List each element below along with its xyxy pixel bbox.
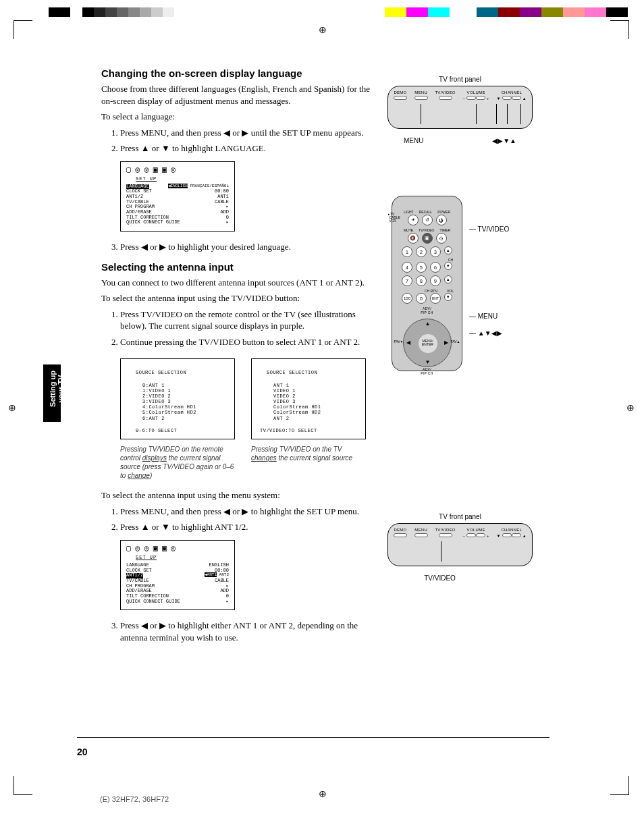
- section1-step2: Press ▲ or ▼ to highlight LANGUAGE.: [120, 142, 371, 155]
- tvvideo-button: ▣: [422, 233, 433, 244]
- num-3: 3: [430, 246, 441, 257]
- tv-front-panel-diagram-2: TV front panel DEMO MENU TV/VIDEO VOLUME…: [387, 513, 533, 582]
- section1-intro: Choose from three different languages (E…: [101, 83, 371, 107]
- registration-mark-right: ⊕: [626, 402, 635, 414]
- section2-intro: You can connect to two different antenna…: [101, 277, 371, 289]
- num-0: 0: [416, 293, 427, 304]
- section2-leadB: To select the antenna input using the me…: [101, 489, 371, 501]
- num-9: 9: [430, 275, 441, 286]
- vol-down: ▾: [444, 293, 452, 301]
- src-caption-remote: Pressing TV/VIDEO on the remote control …: [120, 445, 235, 480]
- print-color-bar: [0, 7, 644, 17]
- src-lines: 0:ANT 1 1:VIDEO 1 2:VIDEO 2 3:VIDEO 3 4:…: [142, 383, 227, 420]
- src-footer: 0–6:TO SELECT: [136, 428, 227, 433]
- registration-mark-top: ⊕: [319, 24, 327, 36]
- menu-title: SET UP: [136, 177, 229, 182]
- num-1: 1: [402, 246, 412, 257]
- timer-button: ⏲: [436, 233, 447, 244]
- section1-step1: Press MENU, and then press ◀ or ▶ until …: [120, 127, 371, 139]
- chapter-tab-line2: your TV: [57, 362, 65, 416]
- tv-panel-tvvideo-label: TV/VIDEO: [347, 574, 533, 582]
- src-lines: ANT 1 VIDEO 1 VIDEO 2 VIDEO 3 ColorStrea…: [273, 383, 358, 420]
- menu-tab-icons: ▢◎◎▣▣◎: [126, 545, 229, 553]
- section2-heading: Selecting the antenna input: [101, 261, 371, 273]
- chapter-tab-line1: Setting up: [49, 362, 57, 416]
- power-button: ⏻: [436, 215, 447, 225]
- crop-mark: [14, 776, 32, 795]
- section2-stepA1: Press TV/VIDEO on the remote control or …: [120, 308, 371, 332]
- section2-leadA: To select the antenna input using the TV…: [101, 292, 371, 304]
- chapter-tab: Setting up your TV: [43, 364, 61, 422]
- vol-up: ▴: [444, 275, 452, 283]
- num-5: 5: [416, 262, 427, 273]
- page-rule: [77, 737, 549, 738]
- ch-up: ▴: [444, 246, 452, 254]
- section1-lead: To select a language:: [101, 111, 371, 123]
- section2-stepB1: Press MENU, and then press ◀ or ▶ to hig…: [120, 506, 371, 518]
- section2-stepA2: Continue pressing the TV/VIDEO button to…: [120, 336, 371, 348]
- document-footer: (E) 32HF72, 36HF72: [100, 795, 169, 803]
- section1-heading: Changing the on-screen display language: [101, 67, 371, 79]
- crop-mark: [610, 20, 629, 39]
- page-number: 20: [77, 747, 88, 757]
- tv-panel-arrows-label: ◀▶▼▲: [492, 137, 516, 144]
- src-title: SOURCE SELECTION: [267, 370, 358, 375]
- num-7: 7: [402, 275, 412, 286]
- registration-mark-bottom: ⊕: [319, 788, 327, 800]
- mute-button: 🔇: [408, 233, 419, 244]
- tv-panel-title: TV front panel: [387, 513, 533, 520]
- remote-switch: ▸TV CABLE VCR: [388, 213, 400, 223]
- src-title: SOURCE SELECTION: [136, 370, 227, 375]
- recall-button: ↺: [422, 215, 433, 225]
- onscreen-menu-language: ▢◎◎▣▣◎ SET UP LANGUAGE◀ENGLISH FRANÇAIS/…: [120, 161, 235, 232]
- crop-mark: [14, 20, 32, 39]
- menu-enter-button: MENU/ ENTER: [419, 334, 437, 353]
- onscreen-menu-antenna: ▢◎◎▣▣◎ SET UP LANGUAGEENGLISH CLOCK SET0…: [120, 540, 235, 610]
- num-100: 100: [402, 293, 412, 304]
- crop-mark: [610, 776, 629, 795]
- tv-front-panel-diagram-1: TV front panel DEMO MENU TV/VIDEO VOLUME…: [387, 76, 533, 144]
- section2-stepB3: Press ◀ or ▶ to highlight either ANT 1 o…: [120, 620, 371, 643]
- section2-stepB2: Press ▲ or ▼ to highlight ANT 1/2.: [120, 521, 371, 533]
- menu-tab-icons: ▢◎◎▣▣◎: [126, 166, 229, 175]
- source-selection-remote: SOURCE SELECTION 0:ANT 1 1:VIDEO 1 2:VID…: [120, 358, 235, 439]
- registration-mark-left: ⊕: [8, 402, 16, 414]
- light-button: ☀: [408, 215, 419, 225]
- num-2: 2: [416, 246, 427, 257]
- num-4: 4: [402, 262, 412, 273]
- source-selection-tv: SOURCE SELECTION ANT 1 VIDEO 1 VIDEO 2 V…: [251, 358, 366, 439]
- src-footer: TV/VIDEO:TO SELECT: [260, 428, 358, 433]
- ch-down: ▾: [444, 262, 452, 270]
- num-8: 8: [416, 275, 427, 286]
- src-caption-tv: Pressing TV/VIDEO on the TV changes the …: [251, 445, 366, 480]
- tv-panel-menu-label: MENU: [404, 137, 423, 144]
- remote-diagram: ▸TV CABLE VCR LIGHTRECALLPOWER ☀↺⏻ MUTET…: [392, 196, 509, 371]
- remote-label-arrows: ▲▼◀▶: [478, 329, 502, 337]
- remote-label-menu: MENU: [478, 313, 498, 320]
- num-6: 6: [430, 262, 441, 273]
- section1-step3: Press ◀ or ▶ to highlight your desired l…: [120, 241, 371, 253]
- tv-panel-title: TV front panel: [387, 76, 533, 83]
- remote-dpad: ▲ ▼ ◀ ▶ MENU/ ENTER FAV▼ FAV▲: [403, 319, 452, 367]
- menu-title: SET UP: [136, 555, 229, 561]
- remote-label-tvvideo: TV/VIDEO: [478, 225, 510, 233]
- ent-button: ENT: [430, 293, 441, 304]
